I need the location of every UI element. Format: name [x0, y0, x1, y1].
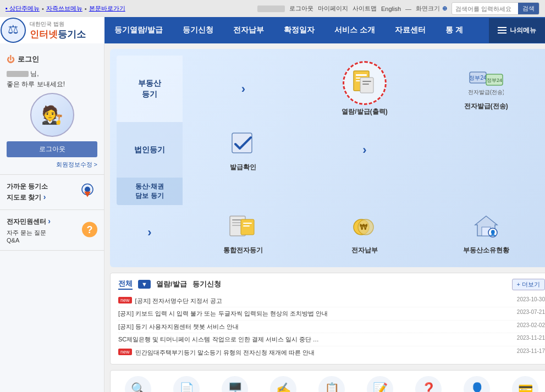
corp-cert-icon: 📋	[318, 376, 345, 392]
view-print-label: 열람/발급(출력)	[342, 107, 387, 117]
category-budongsang: 부동산등기	[117, 56, 183, 122]
news-text-5: 민간임대주택부기등기 말소등기 유형의 전자신청 재개에 따른 안내	[135, 348, 514, 357]
nav-item-service[interactable]: 서비스 소개	[324, 18, 385, 43]
service-item-issue-confirm[interactable]: 발급확인	[183, 122, 304, 178]
search-button[interactable]: 검색	[518, 3, 539, 14]
font-size-label: 화면크기	[416, 4, 440, 13]
apply-form-icon: 📄	[173, 376, 200, 392]
news-item-5[interactable]: new 민간임대주택부기등기 말소등기 유형의 전자신청 재개에 따른 안내 2…	[118, 346, 545, 359]
pay-icon: ₩	[345, 211, 384, 244]
ownership-label: 부동산소유현황	[463, 246, 509, 255]
news-item-3[interactable]: [공지] 등기 사용자지원센터 챗봇 서비스 안내 2023-02-02	[118, 321, 545, 334]
bottom-icon-tax[interactable]: 📝 등록면허세 정액분 신고	[358, 376, 402, 392]
svg-text:정부24: 정부24	[469, 75, 487, 81]
nav-item-view[interactable]: 등기열람/발급	[104, 18, 173, 43]
news-date-2: 2023-07-21	[517, 309, 545, 315]
bottom-icon-corporate-search[interactable]: 🔍 법인상호 검색	[116, 376, 160, 392]
nav-item-pay[interactable]: 전자납부	[223, 18, 274, 43]
nav-item-apply[interactable]: 등기신청	[173, 18, 223, 43]
bottom-icon-esign[interactable]: ✍️ 전자신청 서명	[261, 376, 305, 392]
sitemap-link[interactable]: 사이트맵	[353, 4, 377, 13]
bottom-icon-case-lookup[interactable]: 🖥️ 등기신청 사건조회	[213, 376, 257, 392]
bottom-icon-cancel-notice[interactable]: 👤 직렬말소통지등 보기	[455, 376, 499, 392]
top-link-content[interactable]: 본문바로가기	[89, 4, 125, 13]
language-link[interactable]: English	[381, 5, 401, 12]
news-tab-view[interactable]: 열람/발급	[156, 279, 187, 289]
search-box: 검색	[452, 2, 540, 15]
news-section: 전체 ▼ 열람/발급 등기신청 + 더보기 new [공지] 전자서명수단 지정…	[110, 273, 545, 365]
tax-icon: 📝	[367, 376, 393, 392]
top-link-sub-menu[interactable]: 자즉쓰브메뉴	[46, 4, 82, 13]
electronic-issue-icon: 정부24 정부24 전자발급(전송)	[467, 67, 505, 100]
logo-subtitle: 대한민국 법원	[30, 20, 86, 28]
top-link-main-menu[interactable]: ▪ 상단주메뉴	[5, 4, 40, 13]
logout-link[interactable]: 로그아웃	[289, 4, 313, 13]
svg-rect-25	[243, 223, 252, 224]
service-item-pay[interactable]: ₩ 전자납부	[304, 205, 426, 261]
service-item-electronic-issue[interactable]: 정부24 정부24 전자발급(전송) 전자발급(전송)	[425, 56, 545, 122]
ownership-icon: 👤	[467, 211, 505, 244]
category-dongsan: 동산·채권담보 등기	[117, 178, 183, 205]
category-beopin: 법인등기	[117, 122, 183, 178]
nav-item-stats[interactable]: 통 계	[436, 18, 473, 43]
news-more-button[interactable]: + 더보기	[512, 279, 545, 290]
news-dropdown-btn[interactable]: ▼	[138, 280, 151, 289]
my-menu-label: 나의메뉴	[510, 26, 536, 35]
bottom-icon-apply-form[interactable]: 📄 등기 신청양식	[164, 376, 208, 392]
case-lookup-icon: 🖥️	[222, 376, 248, 392]
arrow-right-2: ›	[304, 122, 426, 178]
svg-text:⚖: ⚖	[8, 23, 19, 36]
hamburger-icon	[498, 27, 507, 34]
top-utility-bar: ▪ 상단주메뉴 • 자즉쓰브메뉴 • 본문바로가기 로그아웃 마이페이지 사이트…	[0, 0, 545, 17]
svg-text:정부24: 정부24	[487, 78, 502, 83]
issue-confirm-icon	[224, 128, 262, 161]
news-tab-all[interactable]: 전체	[118, 279, 133, 290]
issue-confirm-label: 발급확인	[230, 163, 256, 172]
news-tab-apply[interactable]: 등기신청	[192, 279, 221, 289]
news-text-1: [공지] 전자서명수단 지정서 공고	[135, 296, 514, 306]
map-icon	[76, 180, 98, 204]
service-item-view-print[interactable]: 열람/발급(출력)	[304, 56, 426, 122]
main-navigation: 등기열람/발급 등기신청 전자납부 확정일자 서비스 소개 자료센터 통 계 나…	[104, 17, 545, 43]
logo-title: 인터넷등기소	[30, 28, 86, 41]
nav-item-date[interactable]: 확정일자	[274, 18, 324, 43]
svg-point-3	[85, 186, 90, 192]
bottom-icon-fee-info[interactable]: ❓ 등기비용 안내	[406, 376, 450, 392]
news-item-2[interactable]: [공지] 키보드 입력 시 입력 불가 또는 두글자씩 입력되는 현상의 조치방…	[118, 307, 545, 321]
news-item-4[interactable]: SC제일은행 및 티머니페이 시스템 작업으로 인한 결제 서비스 일시 중단 …	[118, 333, 545, 346]
service-item-ownership[interactable]: 👤 부동산소유현황	[425, 205, 545, 261]
news-text-4: SC제일은행 및 티머니페이 시스템 작업으로 인한 결제 서비스 일시 중단 …	[118, 335, 514, 344]
service-grid: 부동산등기 › 열람/발급(출력)	[110, 49, 545, 267]
my-menu-btn[interactable]: 나의메뉴	[489, 18, 545, 43]
svg-text:₩: ₩	[360, 223, 368, 231]
svg-rect-24	[241, 219, 254, 235]
card-receipt-icon: 💳	[512, 376, 538, 392]
news-text-2: [공지] 키보드 입력 시 입력 불가 또는 두글자씩 입력되는 현상의 조치방…	[118, 309, 514, 318]
bottom-icon-bar: 🔍 법인상호 검색 📄 등기 신청양식 🖥️ 등기신청 사건조회 ✍️ 전자신청…	[110, 370, 545, 392]
login-title: ⏻ 로그인	[7, 54, 97, 64]
pay-label: 전자납부	[351, 246, 378, 255]
member-info-link[interactable]: 회원정보수정 >	[7, 161, 97, 169]
corporate-search-icon: 🔍	[125, 376, 151, 392]
search-input[interactable]	[452, 4, 518, 13]
news-badge-1: new	[118, 297, 132, 303]
svg-rect-23	[232, 225, 242, 226]
main-content: 부동산등기 › 열람/발급(출력)	[104, 43, 545, 392]
fee-info-icon: ❓	[415, 376, 442, 392]
svg-text:👤: 👤	[489, 229, 497, 236]
bottom-icon-corp-cert[interactable]: 📋 법인인감증명서 발급예약	[310, 376, 354, 392]
svg-rect-19	[232, 133, 252, 153]
bottom-icon-card-receipt[interactable]: 💳 신용카드 매출전표 발행	[503, 376, 545, 392]
sidebar-logout-button[interactable]: 로그아웃	[7, 141, 97, 157]
font-size-control: 화면크기 ⊕	[416, 4, 447, 13]
font-size-plus-icon[interactable]: ⊕	[442, 5, 447, 12]
arrow-right-3: ›	[117, 205, 183, 261]
civil-center-section: 전자민원센터 › 자주 묻는 질문Q&A ?	[0, 210, 104, 251]
nav-item-data[interactable]: 자료센터	[385, 18, 436, 43]
mypage-link[interactable]: 마이페이지	[318, 4, 348, 13]
news-date-5: 2023-11-17	[517, 348, 545, 354]
svg-rect-11	[360, 78, 373, 93]
news-item-1[interactable]: new [공지] 전자서명수단 지정서 공고 2023-10-30	[118, 295, 545, 308]
electronic-issue-label: 전자발급(전송)	[464, 102, 508, 111]
service-item-integrated[interactable]: 통합전자등기	[183, 205, 304, 261]
